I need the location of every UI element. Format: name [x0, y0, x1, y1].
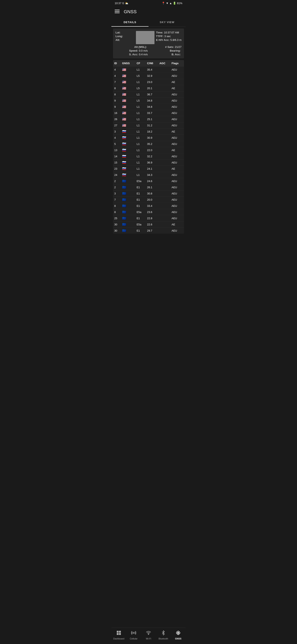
- cell-cf: E5a: [135, 178, 146, 184]
- cell-gnss: 🇪🇺: [121, 215, 135, 222]
- cell-gnss: 🇷🇺: [121, 153, 135, 160]
- cell-flags: AEU: [170, 184, 184, 190]
- cell-gnss: 🇷🇺: [121, 135, 135, 141]
- cell-cf: E5a: [135, 209, 146, 215]
- alt-label: Alt:: [115, 38, 120, 42]
- time-label: Time:: [156, 31, 163, 34]
- col-gnss: GNSS: [121, 60, 135, 67]
- table-row: 4 🇺🇸 L5 32.9 AEU: [113, 73, 184, 79]
- cell-gnss: 🇪🇺: [121, 178, 135, 184]
- cell-gnss: 🇺🇸: [121, 116, 135, 122]
- cell-cf: L1: [135, 172, 146, 178]
- cell-cf: E1: [135, 215, 146, 222]
- cell-id: 2: [113, 178, 121, 184]
- cell-cn0: 22.8: [146, 215, 158, 222]
- cell-flags: AEU: [170, 215, 184, 222]
- tab-skyview[interactable]: SKY VIEW: [148, 18, 186, 27]
- table-row: 8 🇺🇸 L1 36.7 AEU: [113, 92, 184, 98]
- cell-gnss: 🇪🇺: [121, 190, 135, 197]
- app-header: GNSS: [111, 6, 186, 18]
- cell-flags: AEU: [170, 172, 184, 178]
- table-row: 4 🇷🇺 L1 30.9 AEU: [113, 135, 184, 141]
- table-row: 2 🇪🇺 E1 26.1 AEU: [113, 184, 184, 190]
- cell-agc: [158, 166, 170, 172]
- cell-flags: AE: [170, 166, 184, 172]
- battery-percent: 81%: [177, 2, 182, 5]
- cell-gnss: 🇺🇸: [121, 85, 135, 92]
- table-row: 7 🇺🇸 L1 23.0 AE: [113, 79, 184, 85]
- cell-id: 5: [113, 141, 121, 147]
- table-row: 16 🇺🇸 L1 33.7 AEU: [113, 110, 184, 116]
- cell-cn0: 24.6: [146, 178, 158, 184]
- cell-flags: AEU: [170, 197, 184, 203]
- cell-agc: [158, 85, 170, 92]
- cell-gnss: 🇪🇺: [121, 222, 135, 228]
- cell-id: 4: [113, 135, 121, 141]
- cell-cf: L5: [135, 98, 146, 104]
- cell-flags: AEU: [170, 160, 184, 166]
- cell-flags: AEU: [170, 209, 184, 215]
- table-row: 7 🇪🇺 E1 20.0 AEU: [113, 197, 184, 203]
- cell-gnss: 🇷🇺: [121, 128, 135, 135]
- cell-agc: [158, 153, 170, 160]
- ehvacc-label: E H/V Acc:: [156, 38, 170, 42]
- cell-cf: E1: [135, 197, 146, 203]
- cell-id: 7: [113, 79, 121, 85]
- cell-flags: AEU: [170, 122, 184, 128]
- table-row: 3 🇷🇺 L1 18.2 AE: [113, 128, 184, 135]
- cell-cn0: 35.4: [146, 67, 158, 73]
- cell-agc: [158, 104, 170, 110]
- cell-agc: [158, 135, 170, 141]
- cell-cn0: 22.0: [146, 147, 158, 153]
- table-row: 8 🇪🇺 E5a 23.6 AEU: [113, 209, 184, 215]
- info-card: Lat: Long: Alt: Time: 10:37:07 AM TTFF: …: [113, 28, 184, 58]
- altmsl-label: Alt (MSL):: [134, 46, 147, 48]
- cell-agc: [158, 128, 170, 135]
- table-row: 4 🇺🇸 L1 35.4 AEU: [113, 67, 184, 73]
- cell-cn0: 34.8: [146, 98, 158, 104]
- cell-agc: [158, 178, 170, 184]
- cell-id: 15: [113, 160, 121, 166]
- cell-cn0: 30.9: [146, 135, 158, 141]
- cell-gnss: 🇺🇸: [121, 110, 135, 116]
- tab-skyview-label: SKY VIEW: [160, 21, 174, 24]
- cell-gnss: 🇺🇸: [121, 73, 135, 79]
- cell-cf: L1: [135, 122, 146, 128]
- table-row: 24 🇷🇺 L1 34.3 AEU: [113, 172, 184, 178]
- cell-cf: L1: [135, 116, 146, 122]
- cell-flags: AEU: [170, 141, 184, 147]
- cell-cf: E1: [135, 190, 146, 197]
- cell-cf: L1: [135, 166, 146, 172]
- cell-id: 24: [113, 172, 121, 178]
- table-row: 27 🇺🇸 L1 31.2 AEU: [113, 122, 184, 128]
- cell-flags: AEU: [170, 110, 184, 116]
- cell-flags: AEU: [170, 135, 184, 141]
- cell-cn0: 18.2: [146, 128, 158, 135]
- table-row: 9 🇺🇸 L5 34.8 AEU: [113, 98, 184, 104]
- cell-gnss: 🇪🇺: [121, 228, 135, 234]
- cell-flags: AEU: [170, 190, 184, 197]
- cell-flags: AEU: [170, 178, 184, 184]
- cell-id: 13: [113, 147, 121, 153]
- cell-cn0: 32.2: [146, 153, 158, 160]
- table-row: 5 🇷🇺 L1 35.2 AEU: [113, 141, 184, 147]
- cell-cn0: 36.7: [146, 92, 158, 98]
- cell-cn0: 20.0: [146, 197, 158, 203]
- cell-id: 7: [113, 197, 121, 203]
- google-icon: G: [122, 2, 124, 5]
- cell-cf: L5: [135, 85, 146, 92]
- cell-cn0: 29.7: [146, 228, 158, 234]
- cell-cn0: 34.3: [146, 172, 158, 178]
- cell-gnss: 🇷🇺: [121, 166, 135, 172]
- satellite-table: ID GNSS CF C/N0 AGC Flags 4 🇺🇸 L1 35.4 A…: [113, 60, 184, 234]
- cell-id: 23: [113, 166, 121, 172]
- cell-cn0: 23.6: [146, 209, 158, 215]
- wifi-status-icon: ▼: [166, 2, 169, 5]
- menu-button[interactable]: [113, 7, 121, 16]
- cell-flags: AE: [170, 222, 184, 228]
- cell-cn0: 33.7: [146, 110, 158, 116]
- svg-rect-1: [115, 11, 120, 12]
- cell-cn0: 36.9: [146, 160, 158, 166]
- cell-agc: [158, 67, 170, 73]
- tab-details[interactable]: DETAILS: [111, 18, 148, 27]
